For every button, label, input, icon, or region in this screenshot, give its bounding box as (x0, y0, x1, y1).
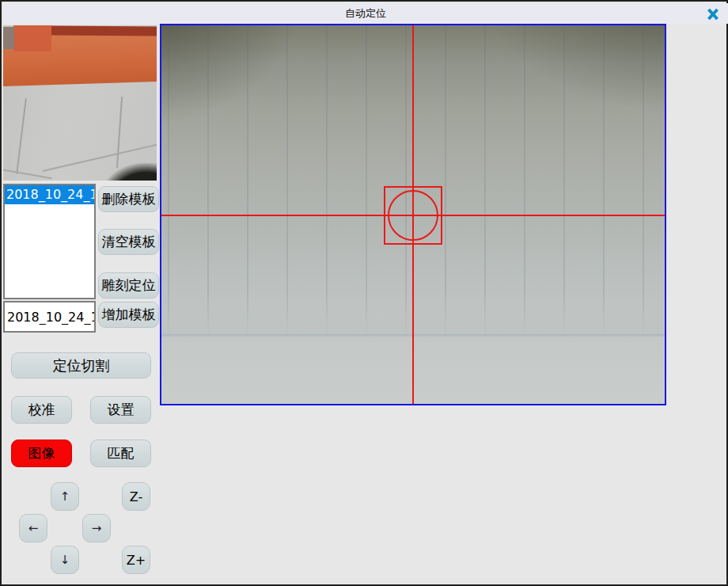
thumbnail-dark-red-strip (49, 25, 157, 36)
match-button[interactable]: 匹配 (90, 440, 151, 467)
clear-templates-button[interactable]: 清空模板 (98, 229, 159, 255)
calibrate-button[interactable]: 校准 (11, 396, 72, 424)
template-name-input[interactable] (3, 301, 96, 333)
title-bar: 自动定位 (3, 3, 728, 24)
thumbnail-orange-block (13, 25, 51, 51)
close-icon (707, 8, 719, 21)
jog-down-button[interactable]: ↓ (51, 546, 79, 574)
template-list[interactable]: 2018_10_24_11 (3, 184, 96, 299)
window-title: 自动定位 (345, 6, 386, 21)
template-thumbnail (3, 25, 157, 181)
settings-button[interactable]: 设置 (90, 396, 151, 424)
jog-left-button[interactable]: ← (19, 514, 47, 542)
dialog-window: 自动定位 2018_10_24_11 删除模板 清空模板 雕刻定位 增加 (0, 0, 728, 586)
jog-up-button[interactable]: ↑ (51, 482, 79, 511)
thumbnail-dark-object (101, 163, 157, 181)
delete-template-button[interactable]: 删除模板 (98, 186, 159, 212)
engrave-position-button[interactable]: 雕刻定位 (98, 272, 159, 299)
thumbnail-tile-grout (16, 98, 27, 174)
roi-circle (388, 190, 438, 241)
z-minus-button[interactable]: Z- (122, 482, 150, 511)
close-button[interactable] (704, 6, 722, 23)
thumbnail-gray-chip (3, 27, 14, 49)
template-list-item[interactable]: 2018_10_24_11 (5, 185, 94, 204)
position-cut-button[interactable]: 定位切割 (11, 352, 151, 379)
jog-right-button[interactable]: → (82, 514, 111, 542)
camera-view (160, 24, 666, 405)
image-button[interactable]: 图像 (11, 440, 72, 467)
z-plus-button[interactable]: Z+ (122, 546, 150, 574)
thumbnail-tile-grout (116, 97, 123, 168)
add-template-button[interactable]: 增加模板 (98, 302, 159, 328)
